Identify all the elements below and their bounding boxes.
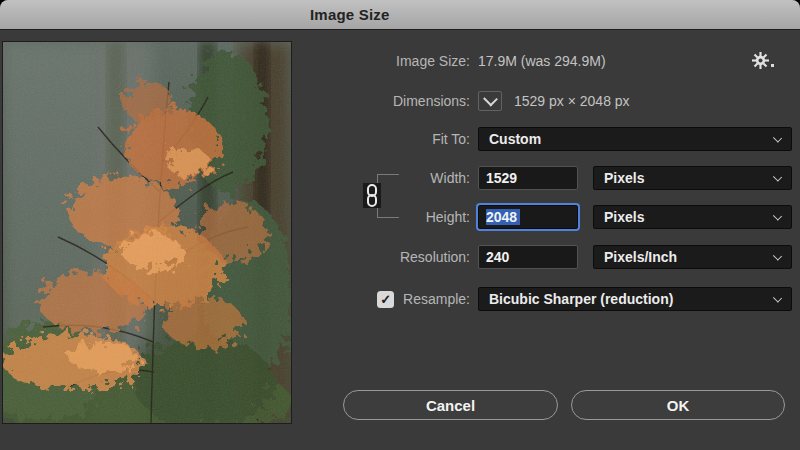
dialog-titlebar[interactable]: Image Size: [0, 0, 800, 30]
width-unit-value: Pixels: [604, 170, 644, 186]
image-size-value: 17.9M (was 294.9M): [478, 53, 606, 69]
chevron-down-icon: [773, 133, 782, 142]
link-icon: [366, 184, 378, 207]
height-selected-text: 2048: [486, 209, 520, 225]
width-row: Width: Pixels: [330, 166, 792, 190]
dialog-title: Image Size: [310, 6, 390, 23]
chevron-down-icon: [773, 293, 782, 302]
image-size-label: Image Size:: [330, 53, 470, 69]
check-icon: ✓: [380, 293, 391, 306]
chevron-down-icon: [483, 92, 498, 107]
constrain-proportions-toggle[interactable]: [363, 183, 381, 208]
resolution-unit-select[interactable]: Pixels/Inch: [593, 245, 792, 269]
chevron-down-icon: [773, 251, 782, 260]
resolution-row: Resolution: Pixels/Inch: [330, 245, 792, 269]
width-unit-select[interactable]: Pixels: [593, 166, 792, 190]
dimensions-value: 1529 px × 2048 px: [514, 93, 630, 109]
ok-button[interactable]: OK: [571, 390, 785, 420]
fit-to-label: Fit To:: [330, 131, 470, 147]
dimensions-label: Dimensions:: [330, 93, 470, 109]
height-input[interactable]: 2048: [478, 205, 578, 229]
width-label: Width:: [330, 170, 470, 186]
resample-row: ✓ Resample: Bicubic Sharper (reduction): [330, 287, 792, 311]
forest-photo-illustration: [3, 42, 291, 423]
resolution-label: Resolution:: [330, 249, 470, 265]
resolution-input[interactable]: [478, 245, 578, 269]
constrain-bracket-line: [377, 174, 399, 175]
dimensions-row: Dimensions: 1529 px × 2048 px: [330, 89, 792, 113]
resample-checkbox[interactable]: ✓: [377, 291, 394, 308]
resolution-unit-value: Pixels/Inch: [604, 249, 677, 265]
height-label: Height:: [330, 209, 470, 225]
fit-to-value: Custom: [489, 131, 541, 147]
resample-method-value: Bicubic Sharper (reduction): [489, 291, 673, 307]
width-input[interactable]: [478, 166, 578, 190]
chevron-down-icon: [773, 172, 782, 181]
options-menu-button[interactable]: [752, 52, 774, 69]
height-unit-select[interactable]: Pixels: [593, 205, 792, 229]
fit-to-select[interactable]: Custom: [478, 127, 792, 151]
chevron-down-icon: [773, 211, 782, 220]
height-row: Height: 2048 Pixels: [330, 205, 792, 229]
menu-arrow-dot: [771, 64, 774, 67]
fit-to-row: Fit To: Custom: [330, 127, 792, 151]
constrain-bracket-line: [377, 217, 399, 218]
gear-icon: [752, 52, 769, 69]
image-preview: [3, 42, 291, 423]
image-size-dialog: Image Size: [0, 0, 800, 450]
resample-method-select[interactable]: Bicubic Sharper (reduction): [478, 287, 792, 311]
cancel-button[interactable]: Cancel: [343, 390, 558, 420]
resample-label: Resample:: [403, 291, 470, 307]
height-unit-value: Pixels: [604, 209, 644, 225]
dimensions-unit-toggle[interactable]: [478, 91, 502, 111]
image-size-summary-row: Image Size: 17.9M (was 294.9M): [330, 49, 792, 73]
resample-label-cell: ✓ Resample:: [330, 291, 470, 308]
